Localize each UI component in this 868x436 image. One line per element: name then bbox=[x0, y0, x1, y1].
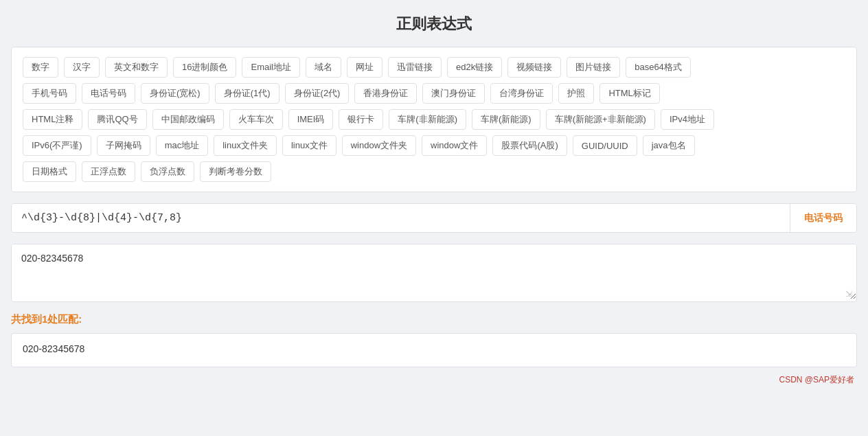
tag-ed2k[interactable]: ed2k链接 bbox=[447, 57, 502, 78]
tag-mobile[interactable]: 手机号码 bbox=[23, 83, 76, 104]
tag-neg-float[interactable]: 负浮点数 bbox=[141, 161, 194, 182]
tag-hk-id[interactable]: 香港身份证 bbox=[354, 83, 417, 104]
tag-tel[interactable]: 电话号码 bbox=[82, 83, 135, 104]
tag-qq[interactable]: 腾讯QQ号 bbox=[88, 109, 146, 130]
tag-stock[interactable]: 股票代码(A股) bbox=[492, 135, 567, 156]
tag-domain[interactable]: 域名 bbox=[306, 57, 341, 78]
footer-text: CSDN @SAP爱好者 bbox=[779, 375, 854, 385]
tag-shuzi[interactable]: 数字 bbox=[23, 57, 58, 78]
test-input-panel: 020-82345678 ⇲ bbox=[11, 244, 857, 302]
tag-image[interactable]: 图片链接 bbox=[567, 57, 620, 78]
test-textarea[interactable]: 020-82345678 bbox=[12, 244, 856, 299]
result-panel: 020-82345678 bbox=[11, 333, 857, 367]
tag-video[interactable]: 视频链接 bbox=[507, 57, 561, 78]
tag-xunlei[interactable]: 迅雷链接 bbox=[388, 57, 442, 78]
tag-plate-new[interactable]: 车牌(新能源) bbox=[472, 109, 540, 130]
tag-mo-id[interactable]: 澳门身份证 bbox=[422, 83, 485, 104]
tag-tw-id[interactable]: 台湾身份证 bbox=[490, 83, 553, 104]
tag-base64[interactable]: base64格式 bbox=[626, 57, 691, 78]
tag-mac[interactable]: mac地址 bbox=[156, 135, 209, 156]
tag-guid[interactable]: GUID/UUID bbox=[573, 135, 637, 156]
tag-java-pkg[interactable]: java包名 bbox=[643, 135, 695, 156]
page-title: 正则表达式 bbox=[11, 14, 857, 34]
tag-postcode[interactable]: 中国邮政编码 bbox=[152, 109, 224, 130]
footer: CSDN @SAP爱好者 bbox=[11, 374, 857, 386]
tag-yingwenshuzhi[interactable]: 英文和数字 bbox=[105, 57, 168, 78]
tag-ipv6[interactable]: IPv6(不严谨) bbox=[23, 135, 91, 156]
tag-id-1[interactable]: 身份证(1代) bbox=[215, 83, 279, 104]
tags-row-1: 数字 汉字 英文和数字 16进制颜色 Email地址 域名 网址 迅雷链接 ed… bbox=[23, 57, 845, 78]
tag-subnet[interactable]: 子网掩码 bbox=[97, 135, 150, 156]
tag-html-tag[interactable]: HTML标记 bbox=[599, 83, 659, 104]
tag-linux-dir[interactable]: linux文件夹 bbox=[214, 135, 277, 156]
tag-plate-all[interactable]: 车牌(新能源+非新能源) bbox=[546, 109, 655, 130]
tag-id-loose[interactable]: 身份证(宽松) bbox=[141, 83, 209, 104]
tag-bank-card[interactable]: 银行卡 bbox=[339, 109, 383, 130]
tag-email[interactable]: Email地址 bbox=[242, 57, 300, 78]
tag-id-2[interactable]: 身份证(2代) bbox=[285, 83, 350, 104]
tag-hanzi[interactable]: 汉字 bbox=[64, 57, 100, 78]
tag-win-file[interactable]: window文件 bbox=[422, 135, 487, 156]
tag-linux-file[interactable]: linux文件 bbox=[282, 135, 336, 156]
regex-input-panel: ^\d{3}-\d{8}|\d{4}-\d{7,8} 电话号码 bbox=[11, 203, 857, 233]
tag-url[interactable]: 网址 bbox=[347, 57, 382, 78]
tag-date[interactable]: 日期格式 bbox=[23, 161, 76, 182]
tag-train[interactable]: 火车车次 bbox=[229, 109, 283, 130]
result-summary: 共找到1处匹配: bbox=[11, 313, 857, 326]
tag-imei[interactable]: IMEI码 bbox=[288, 109, 334, 130]
tag-pos-float[interactable]: 正浮点数 bbox=[82, 161, 135, 182]
page-wrapper: 正则表达式 数字 汉字 英文和数字 16进制颜色 Email地址 域名 网址 迅… bbox=[0, 0, 868, 413]
tag-ipv4[interactable]: IPv4地址 bbox=[661, 109, 714, 130]
tag-win-dir[interactable]: window文件夹 bbox=[342, 135, 416, 156]
tags-row-5: 日期格式 正浮点数 负浮点数 判断考卷分数 bbox=[23, 161, 845, 182]
tags-panel: 数字 汉字 英文和数字 16进制颜色 Email地址 域名 网址 迅雷链接 ed… bbox=[11, 47, 857, 192]
tags-row-3: HTML注释 腾讯QQ号 中国邮政编码 火车车次 IMEI码 银行卡 车牌(非新… bbox=[23, 109, 845, 130]
tags-row-4: IPv6(不严谨) 子网掩码 mac地址 linux文件夹 linux文件 wi… bbox=[23, 135, 845, 156]
regex-input[interactable]: ^\d{3}-\d{8}|\d{4}-\d{7,8} bbox=[12, 204, 790, 232]
resize-indicator: ⇲ bbox=[845, 289, 852, 299]
tags-row-2: 手机号码 电话号码 身份证(宽松) 身份证(1代) 身份证(2代) 香港身份证 … bbox=[23, 83, 845, 104]
tag-passport[interactable]: 护照 bbox=[558, 83, 594, 104]
tag-exam-score[interactable]: 判断考卷分数 bbox=[200, 161, 271, 182]
tag-plate-old[interactable]: 车牌(非新能源) bbox=[389, 109, 466, 130]
tag-html-comment[interactable]: HTML注释 bbox=[23, 109, 82, 130]
result-match-0: 020-82345678 bbox=[23, 343, 845, 354]
tag-hex-color[interactable]: 16进制颜色 bbox=[173, 57, 236, 78]
regex-label: 电话号码 bbox=[790, 204, 856, 232]
